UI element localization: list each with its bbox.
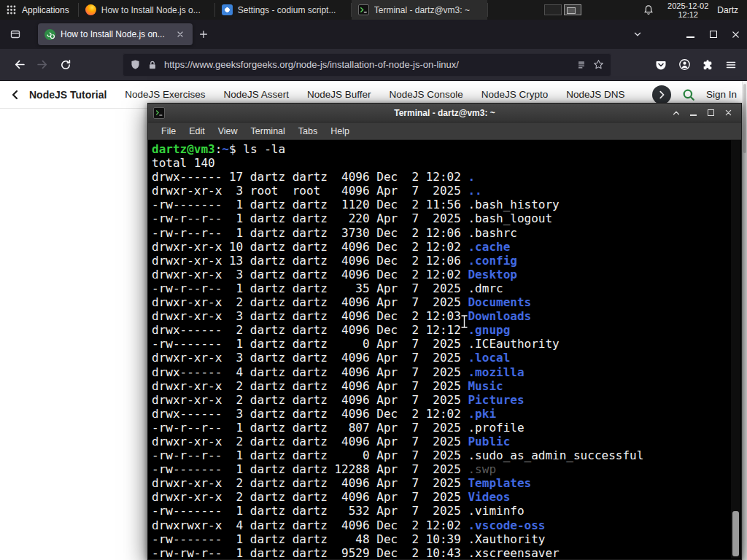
site-nav-right: Sign In (652, 85, 737, 104)
site-nav-link[interactable]: NodeJS Console (389, 89, 462, 100)
terminal-output-line: drwx------ 17 dartz dartz 4096 Dec 2 12:… (152, 170, 729, 184)
file-name: .viminfo (468, 504, 524, 518)
extensions-icon[interactable] (696, 53, 719, 77)
terminal-output-line: drwxr-xr-x 2 dartz dartz 4096 Apr 7 2025… (152, 490, 729, 504)
prompt-cwd: ~ (222, 142, 229, 156)
reader-view-icon[interactable] (576, 60, 587, 70)
file-name: .swp (468, 462, 496, 476)
bookmark-star-icon[interactable] (593, 59, 604, 70)
terminal-menu-item[interactable]: View (212, 124, 244, 139)
terminal-minimize-icon[interactable] (686, 106, 701, 120)
terminal-maximize-icon[interactable] (703, 106, 719, 120)
firefox-view-icon[interactable] (4, 23, 26, 45)
search-icon[interactable] (682, 88, 695, 101)
terminal-output-line: -rw-r--r-- 1 dartz dartz 3730 Dec 2 12:0… (152, 226, 729, 240)
terminal-shade-icon[interactable] (668, 106, 684, 120)
workspace-1[interactable] (544, 4, 562, 15)
directory-name: Pictures (468, 393, 524, 407)
site-nav-link[interactable]: NodeJS Buffer (307, 89, 371, 100)
nav-scroll-left-icon[interactable] (7, 87, 23, 103)
site-nav-link[interactable]: NodeJS DNS (566, 89, 624, 100)
forward-icon[interactable] (31, 53, 54, 77)
browser-close-button[interactable] (724, 20, 747, 49)
prompt-user-host: dartz@vm3 (152, 142, 215, 156)
site-nav-link[interactable]: NodeJS Assert (224, 89, 289, 100)
directory-name: .cache (468, 240, 510, 254)
page-scrollbar-thumb[interactable] (743, 84, 746, 153)
tab-close-icon[interactable] (174, 28, 186, 40)
taskbar-window-button[interactable]: How to Install Node.js o... (79, 0, 214, 20)
taskbar-window-button[interactable]: Terminal - dartz@vm3: ~ (352, 0, 487, 20)
terminal-output-line: -rw------- 1 dartz dartz 532 Apr 7 2025 … (152, 504, 729, 518)
taskbar: How to Install Node.js o...Settings - co… (79, 0, 488, 20)
browser-minimize-button[interactable] (679, 20, 702, 49)
menu-icon[interactable] (719, 53, 743, 77)
terminal-output: dartz@vm3:~$ ls -latotal 140drwx------ 1… (152, 142, 729, 559)
tab-bar: How to Install Node.js on... (0, 20, 747, 49)
list-all-tabs-icon[interactable] (627, 23, 649, 45)
user-menu[interactable]: Dartz (717, 5, 738, 15)
account-icon[interactable] (673, 53, 696, 77)
workspace-switcher[interactable] (544, 4, 581, 15)
terminal-output-line: -rw-r--r-- 1 dartz dartz 0 Apr 7 2025 .s… (152, 448, 729, 462)
url-bar[interactable]: https://www.geeksforgeeks.org/node-js/in… (123, 53, 611, 77)
directory-name: Music (468, 379, 503, 393)
terminal-menu-item[interactable]: Tabs (292, 124, 324, 139)
terminal-menu-item[interactable]: File (155, 124, 182, 139)
pocket-icon[interactable] (649, 53, 673, 77)
directory-name: . (468, 170, 475, 184)
file-name: .profile (468, 421, 524, 435)
site-nav-link[interactable]: NodeJS Exercises (125, 89, 205, 100)
file-name: .bash_history (468, 198, 559, 211)
terminal-icon (358, 4, 369, 15)
browser-tab[interactable]: How to Install Node.js on... (38, 23, 193, 45)
nav-scroll-right-button[interactable] (652, 85, 671, 104)
terminal-screen[interactable]: dartz@vm3:~$ ls -latotal 140drwx------ 1… (149, 140, 740, 559)
terminal-app-icon (153, 107, 165, 119)
taskbar-window-button[interactable]: Settings - codium script... (215, 0, 351, 20)
file-name: .bashrc (468, 226, 516, 240)
workspace-2[interactable] (564, 4, 581, 15)
terminal-close-icon[interactable] (721, 106, 736, 120)
directory-name: .. (468, 184, 481, 198)
terminal-output-line: drwxr-xr-x 10 dartz dartz 4096 Dec 2 12:… (152, 240, 729, 254)
terminal-menu-item[interactable]: Help (324, 124, 356, 139)
firefox-icon (85, 4, 96, 15)
site-nav-link[interactable]: NodeJS Tutorial (29, 89, 107, 101)
new-tab-button[interactable] (193, 23, 214, 45)
terminal-titlebar[interactable]: Terminal - dartz@vm3: ~ (148, 104, 741, 122)
terminal-prompt-line: dartz@vm3:~$ ls -la (152, 142, 729, 156)
terminal-scrollbar[interactable] (731, 140, 740, 559)
terminal-output-line: -rw-r--r-- 1 dartz dartz 807 Apr 7 2025 … (152, 421, 729, 435)
applications-icon (6, 4, 17, 15)
terminal-output-line: drwx------ 2 dartz dartz 4096 Dec 2 12:1… (152, 323, 729, 337)
taskbar-separator (487, 3, 488, 17)
tab-title: How to Install Node.js on... (61, 29, 169, 39)
page-scrollbar[interactable] (742, 81, 747, 560)
terminal-scrollbar-thumb[interactable] (732, 511, 739, 556)
terminal-output-line: drwxrwxr-x 4 dartz dartz 4096 Dec 2 12:0… (152, 518, 729, 532)
reload-icon[interactable] (54, 53, 77, 77)
terminal-menu-item[interactable]: Edit (182, 124, 212, 139)
terminal-output-line: drwxr-xr-x 3 dartz dartz 4096 Dec 2 12:0… (152, 309, 729, 323)
file-name: .sudo_as_admin_successful (468, 448, 643, 462)
terminal-window-controls (668, 106, 736, 120)
file-name: .bash_logout (468, 211, 552, 225)
back-icon[interactable] (7, 53, 31, 77)
site-nav-link[interactable]: NodeJS Crypto (481, 89, 549, 100)
navigation-toolbar: https://www.geeksforgeeks.org/node-js/in… (0, 49, 747, 81)
directory-name: Templates (468, 476, 531, 490)
clock[interactable]: 2025-12-02 12:12 (667, 1, 708, 19)
applications-menu-button[interactable]: Applications (0, 0, 78, 20)
terminal-output-line: drwxr-xr-x 3 dartz dartz 4096 Apr 7 2025… (152, 351, 729, 365)
terminal-output-line: drwx------ 4 dartz dartz 4096 Apr 7 2025… (152, 365, 729, 379)
browser-maximize-button[interactable] (702, 20, 724, 49)
tracking-shield-icon[interactable] (130, 59, 141, 70)
terminal-output-line: -rw------- 1 dartz dartz 12288 Apr 7 202… (152, 462, 729, 476)
sign-in-link[interactable]: Sign In (706, 89, 737, 100)
terminal-output-line: -rw-r--r-- 1 dartz dartz 220 Apr 7 2025 … (152, 211, 729, 225)
directory-name: .pki (468, 407, 496, 421)
notifications-bell-icon[interactable] (643, 4, 654, 16)
gfg-favicon (44, 29, 55, 40)
terminal-menu-item[interactable]: Terminal (244, 124, 292, 139)
